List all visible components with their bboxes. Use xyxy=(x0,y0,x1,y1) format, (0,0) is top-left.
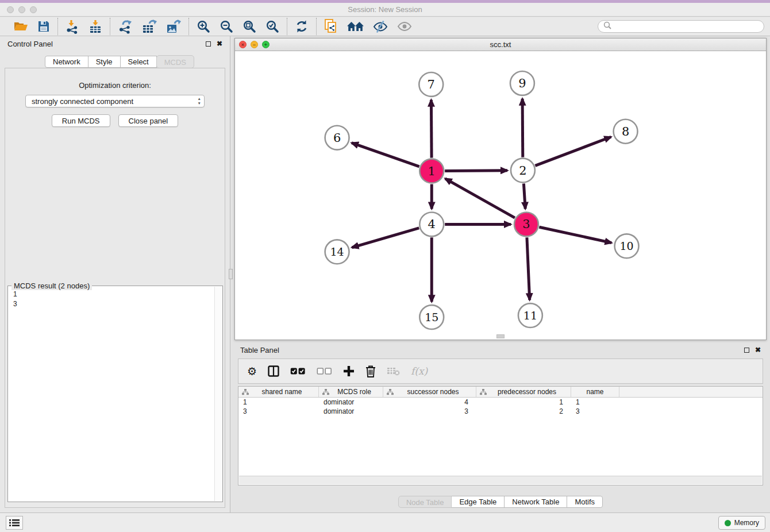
column-header-name[interactable]: name xyxy=(571,387,619,397)
graph-edge-1-7[interactable] xyxy=(431,100,432,158)
graph-node-15[interactable]: 15 xyxy=(419,305,444,329)
node-table: shared nameMCDS rolesuccessor nodesprede… xyxy=(238,386,763,485)
columns-icon[interactable] xyxy=(268,365,279,377)
gear-icon[interactable]: ⚙ xyxy=(247,366,257,377)
export-table-icon[interactable] xyxy=(142,20,157,34)
tab-motifs[interactable]: Motifs xyxy=(567,496,603,508)
toolbar-icon-groups xyxy=(6,17,419,36)
tab-select[interactable]: Select xyxy=(120,56,157,68)
graph-edge-3-10[interactable] xyxy=(539,227,611,242)
close-panel-icon[interactable]: ✖ xyxy=(217,41,222,47)
save-icon[interactable] xyxy=(37,20,50,33)
graph-node-14[interactable]: 14 xyxy=(325,240,349,264)
maximize-view-icon[interactable]: + xyxy=(262,41,270,48)
graph-node-3[interactable]: 3 xyxy=(514,212,538,236)
column-header-mcds-role[interactable]: MCDS role xyxy=(319,387,383,397)
tab-network-table[interactable]: Network Table xyxy=(504,496,567,508)
graph-node-4[interactable]: 4 xyxy=(419,212,444,236)
graph-edge-2-3[interactable] xyxy=(523,183,525,209)
table-row[interactable]: 1dominator411 xyxy=(238,398,763,407)
deselect-all-icon[interactable] xyxy=(317,367,332,375)
graph-node-10[interactable]: 10 xyxy=(615,234,639,258)
graph-edge-2-8[interactable] xyxy=(535,137,611,165)
svg-text:6: 6 xyxy=(333,131,341,145)
graph-node-2[interactable]: 2 xyxy=(511,159,535,183)
table-row[interactable]: 3dominator323 xyxy=(238,407,763,416)
select-all-icon[interactable] xyxy=(290,367,306,375)
control-panel-header: Control Panel ✖ xyxy=(0,36,230,51)
float-panel-icon[interactable] xyxy=(206,41,211,47)
graph-node-6[interactable]: 6 xyxy=(325,126,349,150)
search-input[interactable] xyxy=(614,22,759,31)
import-network-icon[interactable] xyxy=(66,20,79,34)
mcds-result-title: MCDS result (2 nodes) xyxy=(11,282,92,290)
panel-splitter-handle[interactable] xyxy=(229,269,233,279)
table-cell: 1 xyxy=(571,398,619,407)
graph-edge-3-11[interactable] xyxy=(527,237,530,300)
column-namespace-icon xyxy=(387,389,394,395)
graph-node-8[interactable]: 8 xyxy=(614,119,638,144)
column-header-predecessor-nodes[interactable]: predecessor nodes xyxy=(476,387,571,397)
zoom-selected-icon[interactable] xyxy=(265,20,279,33)
first-neighbors-icon[interactable] xyxy=(347,20,364,33)
table-header-row: shared nameMCDS rolesuccessor nodesprede… xyxy=(238,387,763,398)
open-folder-icon[interactable] xyxy=(13,20,28,33)
graph-edge-2-9[interactable] xyxy=(522,99,523,157)
column-namespace-icon xyxy=(480,389,487,395)
task-history-button[interactable] xyxy=(6,516,23,530)
float-table-panel-icon[interactable] xyxy=(744,348,749,353)
window-controls[interactable] xyxy=(7,6,37,13)
table-cell: 3 xyxy=(383,407,476,416)
add-icon[interactable] xyxy=(343,365,355,377)
table-cell: 1 xyxy=(238,398,319,407)
zoom-out-icon[interactable] xyxy=(220,20,233,33)
tab-mcds[interactable]: MCDS xyxy=(156,55,194,68)
network-canvas[interactable]: 7968124314101511 xyxy=(235,51,766,340)
zoom-fit-icon[interactable] xyxy=(242,20,256,33)
tab-node-table[interactable]: Node Table xyxy=(398,496,452,508)
tab-network[interactable]: Network xyxy=(45,56,88,68)
table-panel: Table Panel ✖ ⚙f(x) shared nameMCDS role… xyxy=(234,342,767,512)
network-view-window: × − + scc.txt 7968124314101511 xyxy=(234,38,767,340)
canvas-scroll-grip[interactable] xyxy=(496,334,505,338)
graph-node-7[interactable]: 7 xyxy=(419,72,443,97)
close-table-panel-icon[interactable]: ✖ xyxy=(755,347,761,353)
svg-text:1: 1 xyxy=(428,164,436,178)
close-panel-button[interactable]: Close panel xyxy=(118,114,179,127)
close-window-icon[interactable] xyxy=(7,6,14,13)
minimize-view-icon[interactable]: − xyxy=(251,41,258,48)
table-scrollbar[interactable] xyxy=(239,476,762,484)
export-network-icon[interactable] xyxy=(118,20,133,34)
hide-selected-icon[interactable] xyxy=(373,20,388,33)
refresh-icon[interactable] xyxy=(295,20,309,33)
zoom-in-icon[interactable] xyxy=(197,20,210,33)
table-cell: dominator xyxy=(319,407,383,416)
optimization-criterion-select[interactable]: strongly connected component ▲▼ xyxy=(25,95,205,107)
graph-edge-1-2[interactable] xyxy=(445,171,507,171)
run-mcds-button[interactable]: Run MCDS xyxy=(52,114,110,127)
tab-style[interactable]: Style xyxy=(88,56,121,68)
export-image-icon[interactable] xyxy=(166,20,181,34)
column-header-shared-name[interactable]: shared name xyxy=(238,387,319,397)
graph-node-9[interactable]: 9 xyxy=(510,71,534,95)
column-header-successor-nodes[interactable]: successor nodes xyxy=(383,387,476,397)
result-scrollbar[interactable] xyxy=(214,287,222,501)
network-graph[interactable]: 7968124314101511 xyxy=(235,51,766,340)
tab-edge-table[interactable]: Edge Table xyxy=(451,496,505,508)
graph-node-11[interactable]: 11 xyxy=(518,303,542,327)
memory-button[interactable]: Memory xyxy=(718,516,765,530)
search-box[interactable] xyxy=(598,20,764,33)
graph-edge-4-14[interactable] xyxy=(352,228,419,248)
zoom-window-icon[interactable] xyxy=(30,6,37,13)
delete-table-icon xyxy=(387,367,400,376)
import-table-icon[interactable] xyxy=(88,20,102,34)
status-bar: Memory xyxy=(0,512,770,532)
svg-text:15: 15 xyxy=(425,311,438,323)
graph-edge-1-6[interactable] xyxy=(352,143,419,167)
minimize-window-icon[interactable] xyxy=(18,6,25,13)
graph-edge-3-1[interactable] xyxy=(445,179,515,218)
duplicate-network-icon[interactable] xyxy=(324,19,338,34)
close-view-icon[interactable]: × xyxy=(239,41,247,48)
graph-node-1[interactable]: 1 xyxy=(419,159,444,183)
trash-icon[interactable] xyxy=(365,365,376,377)
